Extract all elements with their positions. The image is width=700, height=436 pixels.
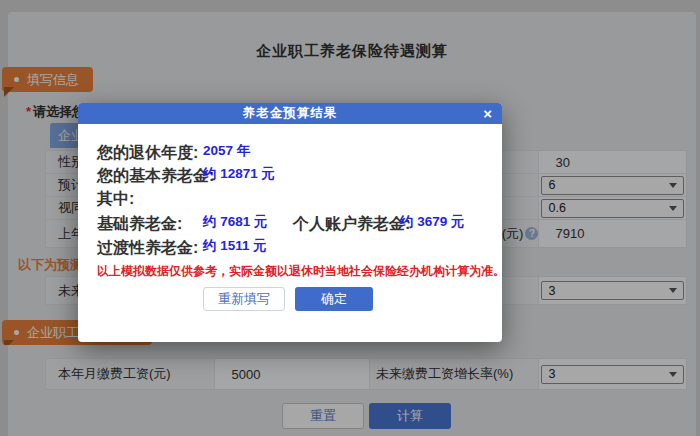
retirement-year-label: 您的退休年度:	[97, 143, 198, 164]
retirement-year-value: 2057 年	[203, 142, 250, 160]
basic-pension-label: 您的基本养老金:	[97, 166, 214, 187]
close-icon[interactable]: ×	[483, 103, 492, 124]
refill-button[interactable]: 重新填写	[203, 287, 285, 311]
base-pension-value: 约 7681 元	[203, 213, 268, 231]
modal-header: 养老金预算结果 ×	[78, 103, 502, 124]
basic-pension-value: 约 12871 元	[203, 165, 275, 183]
modal-title: 养老金预算结果	[243, 105, 338, 122]
among-label: 其中:	[97, 189, 134, 210]
confirm-button[interactable]: 确定	[295, 287, 373, 311]
pension-result-modal: 养老金预算结果 × 您的退休年度: 2057 年 您的基本养老金: 约 1287…	[78, 103, 502, 342]
base-pension-label: 基础养老金:	[97, 214, 182, 235]
personal-account-label: 个人账户养老金:	[293, 214, 410, 235]
personal-account-value: 约 3679 元	[400, 213, 465, 231]
transitional-pension-value: 约 1511 元	[203, 237, 267, 255]
transitional-pension-label: 过渡性养老金:	[97, 238, 198, 259]
pension-calculator-screen: 企业职工养老保险待遇测算 填写信息 *请选择您的 企业 性别 30 预计退 6	[0, 0, 700, 436]
disclaimer-note: 以上模拟数据仅供参考，实际金额以退休时当地社会保险经办机构计算为准。	[97, 263, 493, 280]
